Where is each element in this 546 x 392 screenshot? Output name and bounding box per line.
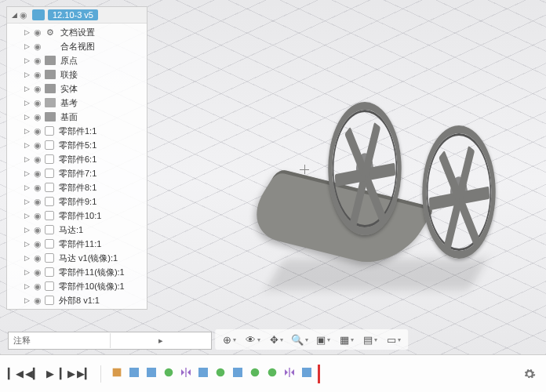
tree-row[interactable]: ▷◉零部件11(镜像):1 [7, 265, 147, 279]
feature-joint[interactable] [213, 365, 228, 380]
tree-row[interactable]: ▷◉零部件11:1 [7, 237, 147, 251]
expand-icon[interactable]: ▸ [110, 333, 212, 348]
visibility-icon[interactable]: ◉ [32, 112, 43, 122]
pan-button[interactable]: ✥ [267, 332, 286, 347]
visibility-icon[interactable]: ◉ [32, 70, 43, 80]
expand-icon[interactable]: ▷ [23, 183, 31, 191]
expand-icon[interactable]: ▷ [23, 155, 31, 163]
feature-joint[interactable] [264, 365, 280, 380]
expand-icon[interactable]: ▷ [23, 42, 31, 50]
tree-row[interactable]: ▷◉零部件6:1 [7, 152, 147, 166]
feature-body[interactable] [195, 365, 211, 380]
viewport-3d[interactable]: ◢ ◉ 12.10-3 v5 ▷◉⚙文档设置▷◉合名视图▷◉原点▷◉联接▷◉实体… [0, 0, 546, 354]
tree-row[interactable]: ▷◉基面 [7, 110, 147, 124]
feature-joint[interactable] [247, 365, 263, 380]
fast-fwd-button[interactable]: ▶▎ [77, 366, 93, 382]
visibility-icon[interactable]: ◉ [32, 27, 43, 38]
orbit-button[interactable]: ⊕ [220, 332, 238, 347]
tree-row[interactable]: ▷◉外部8 v1:1 [7, 293, 147, 307]
visibility-icon[interactable]: ◉ [32, 140, 43, 151]
expand-icon[interactable]: ▷ [23, 56, 31, 64]
tree-row[interactable]: ▷◉马达 v1(镜像):1 [7, 251, 147, 265]
feature-joint[interactable] [161, 365, 177, 380]
zoom-button[interactable]: 🔍 [290, 332, 309, 347]
document-title[interactable]: 12.10-3 v5 [48, 9, 98, 20]
viewports-button[interactable]: ▭ [384, 332, 403, 347]
feature-body[interactable] [126, 365, 142, 380]
visibility-icon[interactable]: ◉ [32, 169, 43, 179]
expand-icon[interactable]: ▷ [23, 127, 31, 135]
browser-header[interactable]: ◢ ◉ 12.10-3 v5 [7, 7, 147, 24]
tree-row[interactable]: ▷◉零部件5:1 [7, 138, 147, 152]
feature-body[interactable] [299, 365, 315, 380]
expand-icon[interactable]: ▷ [23, 169, 31, 177]
browser-tree: ▷◉⚙文档设置▷◉合名视图▷◉原点▷◉联接▷◉实体▷◉基考▷◉基面▷◉零部件1:… [7, 24, 147, 309]
tree-row[interactable]: ▷◉零部件7:1 [7, 166, 147, 180]
tree-row[interactable]: ▷◉⚙文档设置 [7, 25, 147, 39]
rewind-button[interactable]: ▎◀ [8, 366, 24, 382]
visibility-icon[interactable]: ◉ [32, 84, 43, 94]
joint-icon [266, 366, 278, 379]
visibility-icon[interactable]: ◉ [32, 211, 43, 221]
feature-mirror[interactable] [178, 365, 194, 380]
fit-button[interactable]: ▣ [314, 332, 333, 347]
expand-icon[interactable]: ▷ [23, 296, 31, 304]
tree-row[interactable]: ▷◉零部件1:1 [7, 124, 147, 138]
expand-icon[interactable]: ▷ [23, 141, 31, 149]
visibility-icon[interactable]: ◉ [32, 197, 43, 207]
feature-body[interactable] [144, 365, 159, 380]
expand-icon[interactable]: ▷ [23, 226, 31, 234]
look-at-button[interactable]: 👁 [243, 332, 262, 347]
play-button[interactable]: ▶ [42, 366, 58, 382]
step-fwd-button[interactable]: ▎▶ [60, 366, 75, 382]
tree-row[interactable]: ▷◉联接 [7, 67, 147, 82]
visibility-icon[interactable]: ◉ [32, 253, 43, 263]
expand-icon[interactable]: ▷ [23, 240, 31, 248]
visibility-icon[interactable]: ◉ [32, 42, 43, 52]
visibility-icon[interactable]: ◉ [32, 56, 43, 66]
item-label: 马达:1 [59, 224, 83, 236]
tree-row[interactable]: ▷◉合名视图 [7, 39, 147, 53]
visibility-icon[interactable]: ◉ [32, 183, 43, 193]
tree-row[interactable]: ▷◉零部件9:1 [7, 194, 147, 209]
component-icon [45, 140, 54, 150]
tree-row[interactable]: ▷◉基考 [7, 96, 147, 110]
component-icon [45, 183, 54, 192]
feature-mirror[interactable] [282, 365, 297, 380]
expand-icon[interactable]: ▷ [23, 212, 31, 220]
expand-icon[interactable]: ▷ [23, 268, 31, 276]
visibility-icon[interactable]: ◉ [18, 10, 29, 20]
tree-row[interactable]: ▷◉马达:1 [7, 223, 147, 237]
visibility-icon[interactable]: ◉ [32, 296, 43, 306]
display-button[interactable]: ▦ [337, 332, 356, 347]
comments-panel[interactable]: 注释 ▸ [8, 332, 212, 350]
expand-icon[interactable]: ▷ [23, 99, 31, 107]
visibility-icon[interactable]: ◉ [32, 98, 43, 108]
expand-icon[interactable]: ▷ [23, 198, 31, 205]
timeline-settings-button[interactable] [521, 365, 538, 383]
visibility-icon[interactable]: ◉ [32, 126, 43, 136]
step-back-button[interactable]: ◀▎ [25, 366, 41, 382]
visibility-icon[interactable]: ◉ [32, 267, 43, 278]
tree-row[interactable]: ▷◉零部件8:1 [7, 180, 147, 194]
visibility-icon[interactable]: ◉ [32, 239, 43, 249]
tree-row[interactable]: ▷◉零部件10:1 [7, 209, 147, 223]
expand-icon[interactable]: ▷ [23, 71, 31, 78]
grid-button[interactable]: ▤ [361, 332, 380, 347]
expand-icon[interactable]: ▷ [23, 113, 31, 121]
expand-icon[interactable]: ▷ [23, 85, 31, 93]
expand-icon[interactable]: ▷ [23, 254, 31, 262]
visibility-icon[interactable]: ◉ [32, 225, 43, 235]
feature-body[interactable] [230, 365, 246, 380]
expand-icon[interactable]: ▷ [23, 282, 31, 290]
item-label: 实体 [60, 83, 78, 95]
tree-row[interactable]: ▷◉实体 [7, 82, 147, 96]
feature-sketch[interactable] [109, 365, 125, 380]
visibility-icon[interactable]: ◉ [32, 154, 43, 165]
timeline-playhead[interactable] [318, 365, 320, 383]
collapse-icon[interactable]: ◢ [10, 11, 18, 19]
visibility-icon[interactable]: ◉ [32, 281, 43, 292]
tree-row[interactable]: ▷◉零部件10(镜像):1 [7, 279, 147, 293]
expand-icon[interactable]: ▷ [23, 28, 31, 36]
tree-row[interactable]: ▷◉原点 [7, 53, 147, 67]
